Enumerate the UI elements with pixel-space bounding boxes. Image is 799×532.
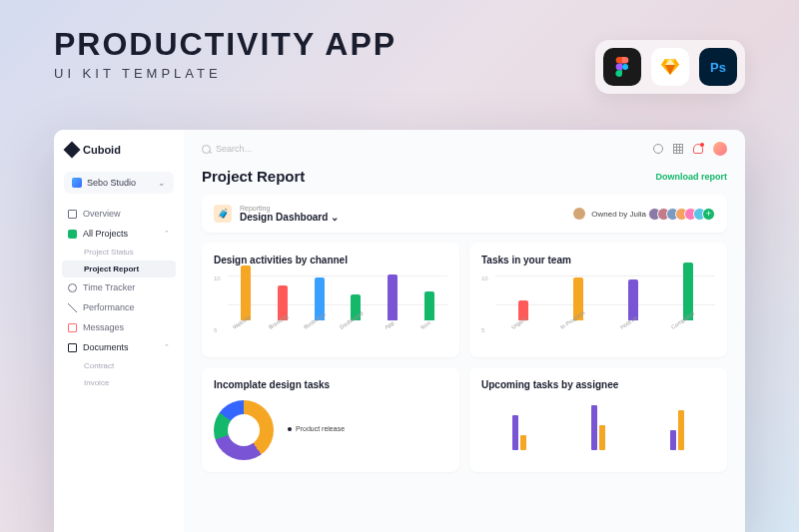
- legend: Product release: [288, 425, 345, 435]
- apps-grid-icon[interactable]: [673, 144, 683, 154]
- nav-project-status[interactable]: Project Status: [54, 244, 184, 261]
- chevron-down-icon: ⌄: [331, 212, 339, 223]
- card-title: Incomplate design tasks: [214, 379, 447, 390]
- nav-performance[interactable]: Performance: [54, 297, 184, 317]
- svg-point-0: [622, 64, 628, 70]
- report-label: Reporting: [240, 205, 339, 212]
- brand[interactable]: Cuboid: [54, 144, 184, 168]
- brand-logo-icon: [64, 142, 81, 159]
- notification-bell-icon[interactable]: [693, 144, 703, 154]
- user-avatar[interactable]: [713, 142, 727, 156]
- donut-chart: [214, 400, 274, 460]
- monitor-icon: [68, 210, 77, 219]
- page-header: Project Report Download report: [202, 168, 727, 185]
- owner-section: Owned by Julia +: [573, 208, 715, 221]
- search-placeholder: Search...: [216, 144, 252, 154]
- report-dropdown[interactable]: Reporting Design Dashboard⌄: [240, 205, 339, 223]
- chevron-down-icon: ⌄: [158, 178, 166, 188]
- hero-banner: PRODUCTIVITY APP UI KIT TEMPLATE: [54, 28, 397, 81]
- nav-time-tracker[interactable]: Time Tracker: [54, 277, 184, 297]
- legend-dot-icon: [288, 427, 292, 431]
- card-incomplete: Incomplate design tasks Product release: [202, 367, 459, 472]
- document-icon: [68, 343, 77, 352]
- nav-contract[interactable]: Contract: [54, 357, 184, 374]
- workspace-icon: [72, 178, 82, 188]
- y-axis: 105: [481, 275, 488, 333]
- owner-label: Owned by Julia: [591, 210, 646, 219]
- bar-chart-activities: 105 WebsiteBrandingIllustrationDashboard…: [214, 275, 447, 345]
- report-selector-bar: 🧳 Reporting Design Dashboard⌄ Owned by J…: [202, 195, 727, 233]
- search-input[interactable]: Search...: [202, 144, 643, 154]
- topbar: Search...: [202, 142, 727, 156]
- search-icon: [202, 145, 211, 154]
- check-icon: [68, 230, 77, 239]
- brand-name: Cuboid: [83, 144, 121, 156]
- page-title: Project Report: [202, 168, 305, 185]
- figma-icon: [603, 48, 641, 86]
- card-title: Design activities by channel: [214, 255, 447, 266]
- grouped-bar-chart: [481, 400, 715, 450]
- sketch-icon: [651, 48, 689, 86]
- bar-chart-tasks: 105 UrgentIn ProgressHold onCompleted: [481, 275, 715, 345]
- timer-icon: [68, 283, 77, 292]
- y-axis: 105: [214, 275, 221, 333]
- team-avatars: +: [652, 208, 715, 221]
- briefcase-icon: 🧳: [214, 205, 232, 223]
- report-value: Design Dashboard: [240, 212, 328, 223]
- card-tasks-team: Tasks in your team 105 UrgentIn Progress…: [469, 243, 727, 357]
- card-title: Upcoming tasks by assignee: [481, 379, 715, 390]
- nav-documents[interactable]: Documents⌃: [54, 337, 184, 357]
- nav-project-report[interactable]: Project Report: [62, 261, 176, 277]
- chart-icon: [68, 303, 77, 312]
- photoshop-icon: Ps: [699, 48, 737, 86]
- message-icon: [68, 323, 77, 332]
- chevron-up-icon: ⌃: [164, 230, 170, 238]
- hero-title: PRODUCTIVITY APP: [54, 28, 397, 60]
- workspace-selector[interactable]: Sebo Studio ⌄: [64, 172, 174, 194]
- download-report-link[interactable]: Download report: [656, 172, 728, 182]
- cards-grid: Design activities by channel 105 Website…: [202, 243, 727, 472]
- tool-icons: Ps: [595, 40, 745, 94]
- nav-all-projects[interactable]: All Projects⌃: [54, 224, 184, 244]
- sidebar: Cuboid Sebo Studio ⌄ Overview All Projec…: [54, 130, 184, 532]
- hero-subtitle: UI KIT TEMPLATE: [54, 66, 397, 81]
- legend-item: Product release: [288, 425, 345, 432]
- nav-overview[interactable]: Overview: [54, 204, 184, 224]
- owner-avatar: [573, 208, 585, 220]
- settings-icon[interactable]: [653, 144, 663, 154]
- nav-invoice[interactable]: Invoice: [54, 374, 184, 391]
- app-window: Cuboid Sebo Studio ⌄ Overview All Projec…: [54, 130, 745, 532]
- workspace-name: Sebo Studio: [87, 178, 136, 188]
- card-activities: Design activities by channel 105 Website…: [202, 243, 459, 357]
- nav-messages[interactable]: Messages: [54, 317, 184, 337]
- add-member-button[interactable]: +: [702, 208, 715, 221]
- chevron-up-icon: ⌃: [164, 343, 170, 351]
- main-content: Search... Project Report Download report…: [184, 130, 745, 532]
- card-upcoming: Upcoming tasks by assignee: [469, 367, 727, 472]
